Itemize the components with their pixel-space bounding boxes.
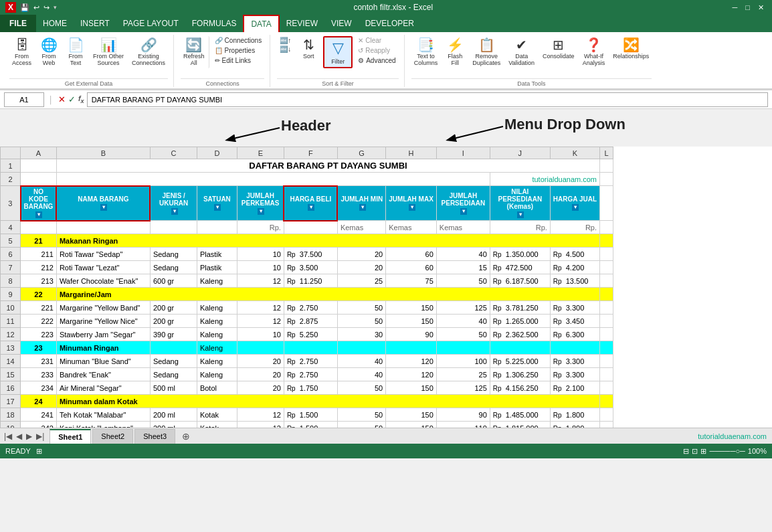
from-text-button[interactable]: 📄 From Text bbox=[64, 36, 88, 68]
r7-min[interactable]: 20 bbox=[337, 261, 385, 274]
r3-d-dropdown[interactable]: ▾ bbox=[214, 204, 221, 211]
connections-btn[interactable]: 🔗 Connections bbox=[212, 36, 265, 45]
col-f-header[interactable]: F bbox=[284, 147, 337, 159]
r7-jual[interactable]: Rp 4.200 bbox=[550, 261, 599, 274]
r7-nilai[interactable]: Rp 472.500 bbox=[490, 261, 550, 274]
redo-icon[interactable]: ↪ bbox=[43, 3, 50, 12]
r6-jml[interactable]: 10 bbox=[237, 248, 284, 261]
r3-a-dropdown[interactable]: ▾ bbox=[35, 211, 42, 218]
r12-no[interactable]: 223 bbox=[21, 328, 57, 341]
r16-jual[interactable]: Rp 2.100 bbox=[550, 381, 599, 395]
r16-satuan[interactable]: Botol bbox=[197, 381, 237, 395]
r18-jenis[interactable]: 200 ml bbox=[150, 408, 197, 422]
r8-satuan[interactable]: Kaleng bbox=[197, 274, 237, 288]
sheet-nav-next[interactable]: ▶ bbox=[25, 432, 33, 441]
sheet-nav-last[interactable]: ▶| bbox=[35, 432, 45, 441]
r12-satuan[interactable]: Kaleng bbox=[197, 328, 237, 341]
r10-jenis[interactable]: 200 gr bbox=[150, 301, 197, 315]
col-j-header[interactable]: J bbox=[490, 147, 550, 159]
sort-za-button[interactable]: 🔤↓ bbox=[277, 45, 294, 54]
r14-jml[interactable]: 20 bbox=[237, 355, 284, 368]
remove-duplicates-button[interactable]: 📋 Remove Duplicates bbox=[470, 36, 503, 68]
r7-harga[interactable]: Rp 3.500 bbox=[284, 261, 337, 274]
r16-max[interactable]: 150 bbox=[386, 381, 437, 395]
r14-min[interactable]: 40 bbox=[337, 355, 385, 368]
r10-no[interactable]: 221 bbox=[21, 301, 57, 315]
r12-nilai[interactable]: Rp 2.362.500 bbox=[490, 328, 550, 341]
r12-min[interactable]: 30 bbox=[337, 328, 385, 341]
sheet-add-btn[interactable]: ⊕ bbox=[177, 430, 195, 443]
r3-k-dropdown[interactable]: ▾ bbox=[572, 204, 579, 211]
properties-btn[interactable]: 📋 Properties bbox=[212, 46, 265, 55]
r8-min[interactable]: 25 bbox=[337, 274, 385, 288]
r7-nama[interactable]: Roti Tawar "Lezat" bbox=[56, 261, 150, 274]
r6-nilai[interactable]: Rp 1.350.000 bbox=[490, 248, 550, 261]
confirm-formula-icon[interactable]: ✓ bbox=[68, 94, 76, 104]
col-d-header[interactable]: D bbox=[197, 147, 237, 159]
r11-jenis[interactable]: 200 gr bbox=[150, 315, 197, 328]
formula-input[interactable] bbox=[87, 92, 768, 107]
r8-pers[interactable]: 50 bbox=[436, 274, 490, 288]
r8-max[interactable]: 75 bbox=[386, 274, 437, 288]
r14-max[interactable]: 120 bbox=[386, 355, 437, 368]
col-c-header[interactable]: C bbox=[150, 147, 197, 159]
sheet-nav-prev[interactable]: ◀ bbox=[15, 432, 23, 441]
r10-satuan[interactable]: Kaleng bbox=[197, 301, 237, 315]
r6-harga[interactable]: Rp 37.500 bbox=[284, 248, 337, 261]
from-access-button[interactable]: 🗄 From Access bbox=[9, 36, 34, 68]
r18-jual[interactable]: Rp 1.800 bbox=[550, 408, 599, 422]
r6-satuan[interactable]: Plastik bbox=[197, 248, 237, 261]
r11-nilai[interactable]: Rp 1.265.000 bbox=[490, 315, 550, 328]
r16-jml[interactable]: 20 bbox=[237, 381, 284, 395]
menu-insert[interactable]: INSERT bbox=[74, 15, 116, 32]
r19-min[interactable]: 50 bbox=[337, 422, 385, 428]
r6-pers[interactable]: 40 bbox=[436, 248, 490, 261]
advanced-btn[interactable]: ⚙ Advanced bbox=[355, 56, 398, 65]
edit-links-btn[interactable]: ✏ Edit Links bbox=[212, 56, 265, 65]
col-b-header[interactable]: B bbox=[56, 147, 150, 159]
r7-satuan[interactable]: Plastik bbox=[197, 261, 237, 274]
r19-no[interactable]: 242 bbox=[21, 422, 57, 428]
r7-pers[interactable]: 15 bbox=[436, 261, 490, 274]
col-l-header[interactable]: L bbox=[600, 147, 613, 159]
r3-h-dropdown[interactable]: ▾ bbox=[409, 204, 415, 211]
r12-harga[interactable]: Rp 5.250 bbox=[284, 328, 337, 341]
col-a-header[interactable]: A bbox=[21, 147, 57, 159]
r3-f-dropdown[interactable]: ▾ bbox=[308, 204, 314, 211]
r14-jenis[interactable]: Sedang bbox=[150, 355, 197, 368]
quick-save-icon[interactable]: 💾 bbox=[20, 3, 29, 12]
col-i-header[interactable]: I bbox=[436, 147, 490, 159]
r6-max[interactable]: 60 bbox=[386, 248, 437, 261]
r3-b-dropdown[interactable]: ▾ bbox=[100, 204, 107, 211]
r14-nilai[interactable]: Rp 5.225.000 bbox=[490, 355, 550, 368]
r15-pers[interactable]: 25 bbox=[436, 368, 490, 381]
menu-review[interactable]: REVIEW bbox=[280, 15, 324, 32]
r6-min[interactable]: 20 bbox=[337, 248, 385, 261]
r10-harga[interactable]: Rp 2.750 bbox=[284, 301, 337, 315]
r7-max[interactable]: 60 bbox=[386, 261, 437, 274]
r6-nama[interactable]: Roti Tawar "Sedap" bbox=[56, 248, 150, 261]
refresh-all-button[interactable]: 🔄 Refresh All bbox=[181, 36, 209, 68]
r6-no[interactable]: 211 bbox=[21, 248, 57, 261]
r4-f[interactable] bbox=[284, 221, 337, 234]
menu-page-layout[interactable]: PAGE LAYOUT bbox=[116, 15, 185, 32]
r14-satuan[interactable]: Kaleng bbox=[197, 355, 237, 368]
r18-satuan[interactable]: Kotak bbox=[197, 408, 237, 422]
r4-d[interactable] bbox=[197, 221, 237, 234]
menu-data[interactable]: DATA bbox=[243, 15, 279, 32]
r16-no[interactable]: 234 bbox=[21, 381, 57, 395]
relationships-button[interactable]: 🔀 Relationships bbox=[610, 36, 652, 62]
r15-jml[interactable]: 20 bbox=[237, 368, 284, 381]
r11-jml[interactable]: 12 bbox=[237, 315, 284, 328]
r18-harga[interactable]: Rp 1.500 bbox=[284, 408, 337, 422]
r15-nama[interactable]: Bandrek "Enak" bbox=[56, 368, 150, 381]
r15-jenis[interactable]: Sedang bbox=[150, 368, 197, 381]
r15-nilai[interactable]: Rp 1.306.250 bbox=[490, 368, 550, 381]
col-e-header[interactable]: E bbox=[237, 147, 284, 159]
r15-harga[interactable]: Rp 2.750 bbox=[284, 368, 337, 381]
r15-satuan[interactable]: Kaleng bbox=[197, 368, 237, 381]
from-web-button[interactable]: 🌐 From Web bbox=[37, 36, 61, 68]
r4-a[interactable] bbox=[21, 221, 57, 234]
r11-harga[interactable]: Rp 2.875 bbox=[284, 315, 337, 328]
r11-nama[interactable]: Margarine "Yellow Nice" bbox=[56, 315, 150, 328]
